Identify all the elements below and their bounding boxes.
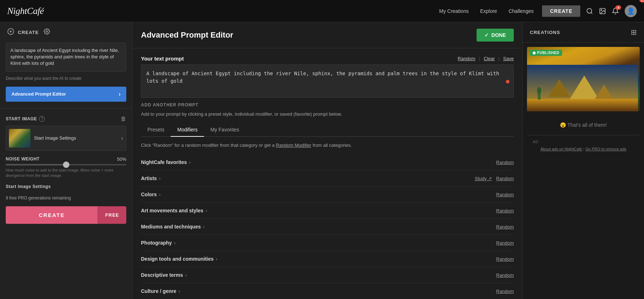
main-layout: CREATE A landscape of Ancient Egypt incl…	[0, 22, 644, 299]
nav-my-creations[interactable]: My Creations	[439, 8, 468, 14]
prompt-section-header: Your text prompt Random | Clear | Save	[141, 56, 514, 62]
grid-icon[interactable]: ⊞	[631, 28, 637, 37]
category-name: Colors	[141, 192, 157, 197]
save-link[interactable]: Save	[503, 56, 514, 61]
noise-description: How much noise to add to the start image…	[6, 168, 126, 179]
noise-slider-track[interactable]	[6, 164, 126, 165]
image-button[interactable]	[599, 8, 606, 15]
expand-icon: ›	[179, 288, 180, 294]
random-modifier-description: Click "Random" for a random modifier fro…	[141, 143, 514, 148]
category-random-mediums[interactable]: Random	[496, 224, 514, 230]
creations-title: CREATIONS	[530, 30, 560, 35]
category-artists[interactable]: Artists › Study ↗ Random	[141, 170, 514, 187]
go-pro-link[interactable]: Go PRO to remove ads	[585, 147, 626, 151]
svg-point-11	[537, 87, 541, 94]
category-name: Design tools and communities	[141, 256, 214, 262]
about-ads-link[interactable]: About ads on NightCafe	[540, 147, 582, 151]
svg-point-0	[587, 8, 592, 13]
tab-modifiers[interactable]: Modifiers	[171, 123, 204, 137]
prompt-actions: Random | Clear | Save	[458, 56, 514, 61]
avatar[interactable]: 23 👤	[625, 5, 637, 17]
start-image-section: START IMAGE ? 🗑 Start Image Settings ›	[0, 113, 132, 154]
nav-create-button[interactable]: CREATE	[542, 5, 580, 17]
separator-1: |	[479, 56, 480, 61]
category-random-design[interactable]: Random	[496, 256, 514, 262]
create-button[interactable]: CREATE	[6, 206, 98, 224]
recording-indicator	[506, 80, 509, 83]
random-link[interactable]: Random	[458, 56, 475, 61]
start-image-settings-label: Start Image Settings	[34, 135, 118, 141]
expand-icon: ›	[205, 208, 207, 213]
noise-title: Noise Weight	[6, 156, 40, 161]
random-modifier-link[interactable]: Random Modifier	[276, 143, 311, 148]
adv-prompt-label: Advanced Prompt Editor	[11, 91, 66, 97]
expand-icon: ›	[185, 272, 187, 278]
top-nav: NightCafé My Creations Explore Challenge…	[0, 0, 644, 22]
start-image-header: START IMAGE ? 🗑	[6, 116, 126, 122]
noise-slider-thumb[interactable]	[63, 161, 69, 168]
clear-link[interactable]: Clear	[484, 56, 495, 61]
category-name: Mediums and techniques	[141, 224, 201, 230]
nav-icons: 4 23 👤	[586, 5, 637, 17]
category-name: NightCafe favorites	[141, 159, 187, 165]
category-study-artists[interactable]: Study ↗	[475, 176, 492, 181]
modifier-categories: NightCafe favorites › Random Artists › S…	[141, 154, 514, 299]
check-icon: ✓	[484, 32, 489, 38]
noise-header: Noise Weight 50%	[6, 156, 126, 162]
category-art-movements[interactable]: Art movements and styles › Random	[141, 203, 514, 219]
done-button[interactable]: ✓ DONE	[477, 29, 514, 42]
category-colors[interactable]: Colors › Random	[141, 187, 514, 203]
creation-card[interactable]: PUBLISHED	[527, 47, 640, 111]
prompt-textarea-wrapper: A landscape of Ancient Egypt including t…	[141, 64, 514, 99]
category-descriptive-terms[interactable]: Descriptive terms › Random	[141, 267, 514, 283]
prompt-textarea[interactable]: A landscape of Ancient Egypt including t…	[141, 64, 514, 98]
trash-icon[interactable]: 🗑	[121, 116, 126, 122]
category-photography[interactable]: Photography › Random	[141, 235, 514, 251]
category-random-photography[interactable]: Random	[496, 240, 514, 246]
category-name: Art movements and styles	[141, 208, 203, 213]
noise-section: Noise Weight 50% How much noise to add t…	[0, 154, 132, 182]
left-panel: CREATE A landscape of Ancient Egypt incl…	[0, 22, 132, 299]
category-design-tools[interactable]: Design tools and communities › Random	[141, 251, 514, 267]
notifications-button[interactable]: 4	[612, 8, 619, 15]
category-random-descriptive[interactable]: Random	[496, 273, 514, 278]
category-random-colors[interactable]: Random	[496, 192, 514, 197]
published-label: PUBLISHED	[537, 51, 559, 55]
category-mediums-techniques[interactable]: Mediums and techniques › Random	[141, 219, 514, 235]
center-header: Advanced Prompt Editor ✓ DONE	[132, 22, 522, 48]
right-panel-header: CREATIONS ⊞	[523, 22, 644, 43]
page-title: Advanced Prompt Editor	[141, 30, 233, 40]
search-button[interactable]	[586, 8, 593, 15]
create-label: CREATE	[18, 30, 39, 35]
creation-image: PUBLISHED	[527, 47, 640, 111]
category-random-culture[interactable]: Random	[496, 289, 514, 294]
tab-my-favorites[interactable]: My Favorites	[204, 123, 245, 137]
search-icon	[586, 8, 593, 15]
category-culture-genre[interactable]: Culture / genre › Random	[141, 283, 514, 299]
tab-presets[interactable]: Presets	[141, 123, 171, 137]
category-nightcafe-favorites[interactable]: NightCafe favorites › Random	[141, 154, 514, 170]
expand-icon: ›	[159, 175, 161, 181]
prompt-section-title: Your text prompt	[141, 56, 184, 62]
help-icon[interactable]: ?	[39, 116, 45, 122]
create-icon	[7, 28, 14, 37]
center-panel: Advanced Prompt Editor ✓ DONE Your text …	[132, 22, 522, 299]
free-button[interactable]: FREE	[98, 206, 126, 224]
settings-button[interactable]	[44, 28, 50, 37]
nav-challenges[interactable]: Challenges	[508, 8, 533, 14]
ad-label: AD	[533, 140, 634, 144]
category-name: Photography	[141, 240, 172, 246]
category-random-artists[interactable]: Random	[496, 176, 514, 181]
svg-point-4	[46, 31, 48, 33]
done-label: DONE	[492, 32, 506, 38]
category-random-nightcafe[interactable]: Random	[496, 160, 514, 165]
nav-explore[interactable]: Explore	[480, 8, 497, 14]
logo: NightCafé	[7, 6, 44, 16]
notification-badge-1: 4	[615, 5, 621, 10]
start-image-preview[interactable]: Start Image Settings ›	[6, 126, 126, 151]
advanced-prompt-editor-button[interactable]: Advanced Prompt Editor ›	[6, 87, 126, 102]
add-another-prompt-label: ADD ANOTHER PROMPT	[141, 102, 514, 107]
separator-2: |	[498, 56, 499, 61]
noise-value: 50%	[117, 156, 126, 162]
category-random-art-movements[interactable]: Random	[496, 208, 514, 213]
